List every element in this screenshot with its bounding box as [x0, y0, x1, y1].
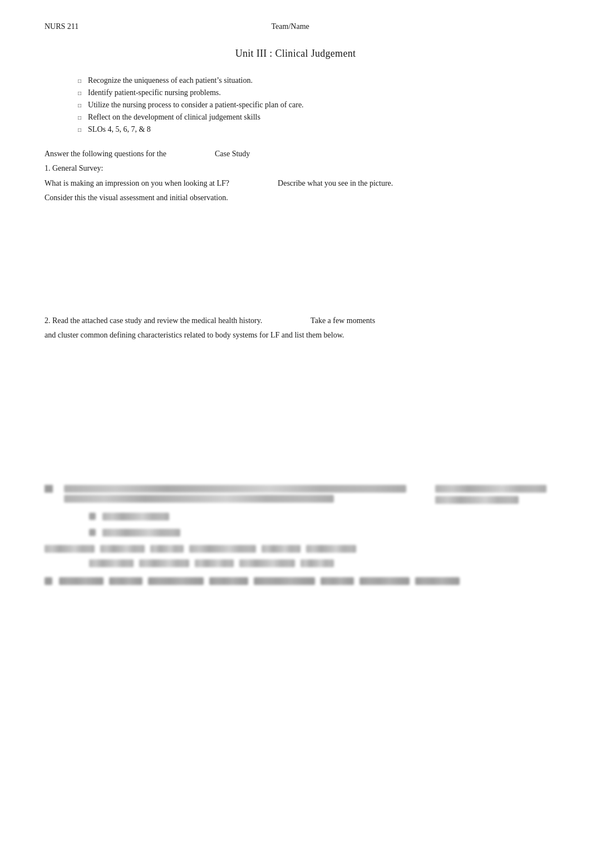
answer-space-1 [45, 215, 546, 315]
header: NURS 211 Team/Name [45, 22, 546, 31]
describe-gap [232, 177, 276, 190]
intro-text-start: Answer the following questions for the [45, 150, 166, 158]
answer-space-2 [45, 351, 546, 474]
page-title: Unit III : Clinical Judgement [45, 48, 546, 59]
list-item: □ Utilize the nursing process to conside… [78, 101, 546, 110]
bullet-icon: □ [78, 127, 81, 133]
section2-content: 2. Read the attached case study and revi… [45, 315, 546, 342]
question1-line2: Consider this the visual assessment and … [45, 192, 546, 204]
list-item: □ Reflect on the development of clinical… [78, 113, 546, 122]
bullet-icon: □ [78, 78, 81, 84]
section2-line2: and cluster common defining characterist… [45, 329, 546, 341]
blurred-content [45, 485, 546, 589]
answer-intro: Answer the following questions for the C… [45, 148, 546, 205]
list-item: □ SLOs 4, 5, 6, 7, & 8 [78, 125, 546, 134]
page: NURS 211 Team/Name Unit III : Clinical J… [0, 0, 591, 868]
course-code: NURS 211 [45, 22, 78, 31]
objectives-list: □ Recognize the uniqueness of each patie… [78, 76, 546, 134]
section2-continuation: Take a few moments [311, 316, 375, 325]
q1-text: What is making an impression on you when… [45, 179, 229, 187]
case-study-label: Case Study [215, 150, 250, 158]
section1-label: 1. General Survey: [45, 162, 546, 175]
take-moments-gap [264, 315, 309, 327]
bullet-icon: □ [78, 102, 81, 108]
title-section: Unit III : Clinical Judgement [45, 48, 546, 59]
list-item-text: Identify patient-specific nursing proble… [88, 88, 221, 97]
list-item-text: Reflect on the development of clinical j… [88, 113, 260, 122]
intro-line: Answer the following questions for the C… [45, 148, 546, 160]
list-item-text: Recognize the uniqueness of each patient… [88, 76, 253, 85]
bullet-icon: □ [78, 115, 81, 121]
list-item-text: Utilize the nursing process to consider … [88, 101, 304, 110]
section2-label: 2. Read the attached case study and revi… [45, 315, 546, 327]
bullet-icon: □ [78, 90, 81, 96]
question1: What is making an impression on you when… [45, 177, 546, 190]
case-study-gap [168, 148, 213, 160]
list-item-text: SLOs 4, 5, 6, 7, & 8 [88, 125, 151, 134]
q1-end-text: Describe what you see in the picture. [278, 179, 393, 187]
section2-text: 2. Read the attached case study and revi… [45, 316, 262, 325]
list-item: □ Identify patient-specific nursing prob… [78, 88, 546, 97]
list-item: □ Recognize the uniqueness of each patie… [78, 76, 546, 85]
team-name-label: Team/Name [90, 22, 491, 31]
